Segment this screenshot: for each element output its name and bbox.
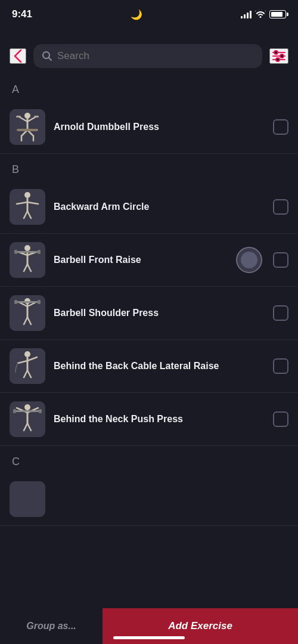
- home-indicator: [113, 636, 185, 639]
- search-icon: [42, 51, 52, 61]
- svg-rect-11: [16, 116, 21, 117]
- wifi-icon: [255, 10, 266, 20]
- exercise-checkbox[interactable]: [273, 358, 288, 374]
- svg-rect-37: [15, 301, 39, 303]
- svg-rect-54: [39, 409, 42, 413]
- exercise-checkbox[interactable]: [273, 119, 288, 135]
- svg-rect-30: [38, 250, 41, 254]
- svg-rect-28: [15, 251, 39, 253]
- back-button[interactable]: [10, 48, 26, 64]
- svg-line-32: [27, 264, 31, 271]
- exercise-thumb: [10, 348, 45, 384]
- svg-rect-38: [14, 300, 17, 304]
- svg-line-20: [17, 202, 27, 204]
- exercise-checkbox[interactable]: [273, 411, 288, 427]
- exercise-thumb: [10, 242, 45, 278]
- exercise-name: Backward Arm Circle: [54, 201, 265, 213]
- svg-line-46: [24, 370, 27, 377]
- signal-bars: [241, 10, 252, 18]
- svg-line-31: [24, 264, 27, 271]
- search-input-wrapper: [33, 44, 262, 68]
- section-header-b: B: [0, 154, 298, 181]
- filter-button[interactable]: [269, 48, 288, 64]
- status-time: 9:41: [12, 8, 32, 20]
- exercise-thumb: [10, 189, 45, 225]
- svg-line-40: [24, 317, 27, 324]
- svg-line-55: [24, 423, 27, 431]
- exercise-name: Barbell Shoulder Press: [54, 307, 265, 320]
- svg-line-47: [27, 370, 31, 377]
- svg-point-4: [274, 51, 278, 54]
- group-as-button[interactable]: Group as...: [0, 609, 103, 643]
- svg-rect-17: [17, 129, 38, 131]
- svg-line-22: [24, 211, 27, 218]
- svg-rect-39: [38, 300, 41, 304]
- exercise-item-backward-arm-circle[interactable]: Backward Arm Circle: [0, 181, 298, 234]
- exercise-thumb: [10, 109, 45, 145]
- exercise-item-barbell-front-raise[interactable]: Barbell Front Raise: [0, 234, 298, 287]
- svg-line-56: [27, 423, 31, 431]
- exercise-name: Arnold Dumbbell Press: [54, 121, 265, 134]
- svg-point-6: [276, 58, 280, 61]
- exercise-item-c-partial: [0, 473, 298, 526]
- exercise-name: Barbell Front Raise: [54, 254, 228, 267]
- exercise-item-behind-neck-push-press[interactable]: Behind the Neck Push Press: [0, 393, 298, 446]
- svg-line-41: [27, 317, 31, 324]
- section-header-c: C: [0, 446, 298, 473]
- svg-line-45: [18, 361, 27, 363]
- svg-line-21: [27, 202, 38, 204]
- exercise-thumb: [10, 401, 45, 437]
- exercise-checkbox[interactable]: [273, 199, 288, 215]
- moon-icon: 🌙: [131, 9, 142, 20]
- section-header-a: A: [0, 74, 298, 101]
- top-partial-overlay: [0, 26, 298, 38]
- record-dot: [236, 247, 262, 273]
- svg-rect-52: [14, 410, 41, 412]
- search-input[interactable]: [57, 50, 254, 62]
- section-c: C: [0, 446, 298, 621]
- exercise-thumb: [10, 295, 45, 331]
- exercise-item-arnold-dumbbell-press[interactable]: Arnold Dumbbell Press: [0, 101, 298, 154]
- svg-rect-53: [13, 409, 16, 413]
- battery-icon: [269, 10, 286, 18]
- svg-line-44: [27, 357, 37, 361]
- svg-line-23: [27, 211, 31, 218]
- exercise-thumb: [10, 481, 45, 517]
- exercise-item-barbell-shoulder-press[interactable]: Barbell Shoulder Press: [0, 287, 298, 340]
- svg-point-5: [280, 54, 284, 58]
- status-icons: [241, 10, 286, 20]
- exercise-list: A: [0, 74, 298, 621]
- exercise-checkbox[interactable]: [273, 305, 288, 321]
- svg-rect-12: [34, 116, 39, 117]
- status-bar: 9:41 🌙: [0, 0, 298, 26]
- exercise-name: Behind the Back Cable Lateral Raise: [54, 360, 265, 373]
- exercise-checkbox[interactable]: [273, 252, 288, 268]
- exercise-name: Behind the Neck Push Press: [54, 413, 265, 426]
- svg-rect-29: [14, 250, 17, 254]
- exercise-item-behind-back-cable[interactable]: Behind the Back Cable Lateral Raise: [0, 340, 298, 393]
- search-bar-container: [0, 38, 298, 74]
